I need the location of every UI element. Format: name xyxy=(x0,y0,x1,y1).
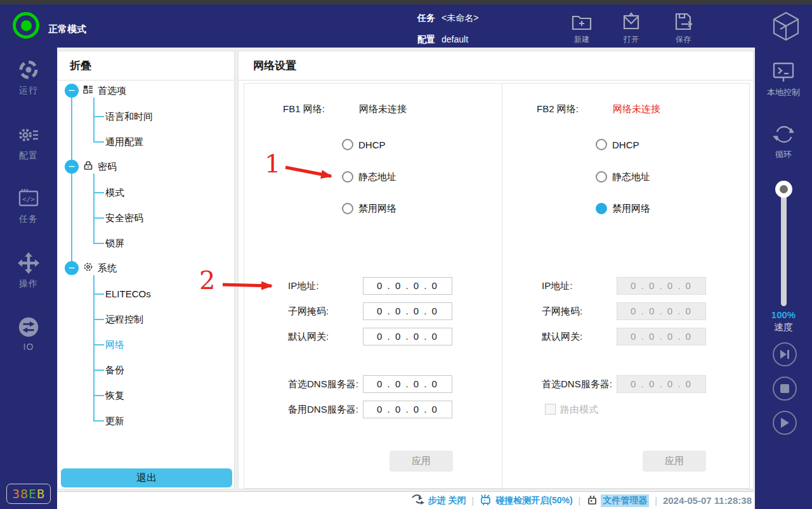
fb2-radio-disable[interactable]: 禁用网络 xyxy=(596,202,650,215)
sidebar-item-config[interactable]: 配置 xyxy=(0,123,57,162)
settings-tree-panel: 折叠 首选项 语言和时间 通用配置 密码 模式 安全密码 锁屏 系统 ELITE… xyxy=(57,51,235,489)
network-settings-panel: 网络设置 FB1 网络: 网络未连接 DHCP 静态地址 禁用网络 IP地址: … xyxy=(238,51,754,489)
fb1-ip-input[interactable]: 0 . 0 . 0 . 0 xyxy=(363,277,452,295)
sidebar-item-label: 配置 xyxy=(0,150,57,162)
tree-node-password[interactable]: 密码 xyxy=(65,160,117,174)
fb2-apply-button[interactable]: 应用 xyxy=(643,451,706,472)
tree-node-label: 系统 xyxy=(98,262,117,274)
tree-item-label: 恢复 xyxy=(105,390,124,401)
sidebar-item-label: 任务 xyxy=(0,214,57,225)
tree-item-label: 锁屏 xyxy=(105,238,124,248)
fb2-dns1-input: 0 . 0 . 0 . 0 xyxy=(617,375,706,393)
fb1-radio-dhcp[interactable]: DHCP xyxy=(342,138,386,151)
fb1-radio-disable[interactable]: 禁用网络 xyxy=(342,202,396,215)
radio-icon[interactable] xyxy=(342,171,353,183)
fb1-apply-button[interactable]: 应用 xyxy=(390,451,453,472)
svg-text:</>: </> xyxy=(22,195,35,203)
radio-icon[interactable] xyxy=(342,203,353,214)
tree-item-restore[interactable]: 恢复 xyxy=(105,389,124,402)
tree-item-backup[interactable]: 备份 xyxy=(105,364,124,377)
loop-mode-button[interactable]: 循环 xyxy=(755,121,812,160)
speed-slider-handle[interactable] xyxy=(775,181,792,198)
collapse-minus-icon[interactable] xyxy=(65,160,79,174)
fb1-dns1-input[interactable]: 0 . 0 . 0 . 0 xyxy=(363,375,452,393)
fb1-dns2-input[interactable]: 0 . 0 . 0 . 0 xyxy=(363,401,452,418)
fb2-dns1-label: 首选DNS服务器: xyxy=(542,375,612,393)
file-manager-button[interactable]: 文件管理器 xyxy=(586,494,649,507)
stop-button[interactable] xyxy=(773,377,797,401)
local-control-button[interactable]: 本地控制 xyxy=(755,59,812,98)
tree-item-lock-screen[interactable]: 锁屏 xyxy=(105,237,124,250)
stop-icon xyxy=(780,383,790,394)
tree-panel-title[interactable]: 折叠 xyxy=(70,58,91,73)
status-bar: 步进 关闭 碰撞检测开启(50%) 文件管理器 2024-05-07 11:28… xyxy=(57,491,754,509)
code-window-icon: </> xyxy=(0,186,57,210)
task-value: <未命名> xyxy=(442,13,478,23)
top-header-bar: 正常模式 任务<未命名> 配置default 新建 打开 保存 xyxy=(0,4,812,48)
file-manager-label: 文件管理器 xyxy=(601,494,649,507)
step-forward-button[interactable] xyxy=(773,342,797,366)
open-task-button[interactable]: 打开 xyxy=(611,11,652,45)
step-mode-status[interactable]: 步进 关闭 xyxy=(411,494,466,507)
sidebar-item-label: IO xyxy=(0,342,57,352)
tree-item-mode[interactable]: 模式 xyxy=(105,186,124,199)
fb1-network-status: 网络未连接 xyxy=(359,103,407,115)
fb2-radio-static[interactable]: 静态地址 xyxy=(596,171,650,183)
collision-detect-status[interactable]: 碰撞检测开启(50%) xyxy=(480,494,572,508)
usb-drive-icon xyxy=(586,494,598,507)
tree-node-preferences[interactable]: 首选项 xyxy=(65,84,126,98)
sidebar-item-io[interactable]: IO xyxy=(0,316,57,352)
speed-slider-track[interactable] xyxy=(781,186,787,306)
radio-label: 静态地址 xyxy=(612,171,650,183)
fb2-radio-dhcp[interactable]: DHCP xyxy=(596,138,639,151)
sidebar-item-task[interactable]: </> 任务 xyxy=(0,186,57,225)
speed-value: 100% xyxy=(755,309,812,320)
collapse-minus-icon[interactable] xyxy=(65,261,79,275)
tree-item-update[interactable]: 更新 xyxy=(105,415,124,427)
fb1-radio-static[interactable]: 静态地址 xyxy=(342,171,396,183)
fb2-network-status: 网络未连接 xyxy=(613,103,660,115)
right-control-sidebar: 本地控制 循环 100% 速度 xyxy=(755,48,812,509)
tree-item-safety-password[interactable]: 安全密码 xyxy=(105,212,143,224)
config-gear-icon xyxy=(0,123,57,147)
save-task-button[interactable]: 保存 xyxy=(663,11,704,45)
fb2-gateway-label: 默认网关: xyxy=(542,328,582,345)
tree-node-system[interactable]: 系统 xyxy=(65,261,117,275)
radio-icon[interactable] xyxy=(342,139,353,150)
radio-icon[interactable] xyxy=(596,171,607,183)
mode-status-indicator-icon xyxy=(13,12,39,39)
tree-item-label: 远程控制 xyxy=(105,314,143,325)
exit-button[interactable]: 退出 xyxy=(61,468,232,487)
play-icon xyxy=(779,416,790,429)
sidebar-item-label: 操作 xyxy=(0,278,57,290)
tree-spine xyxy=(71,91,72,268)
new-task-button[interactable]: 新建 xyxy=(561,11,602,45)
sidebar-item-run[interactable]: 运行 xyxy=(0,58,57,96)
separator xyxy=(472,496,475,506)
radio-icon[interactable] xyxy=(596,139,607,150)
skip-next-icon xyxy=(778,348,792,361)
tree-item-general-config[interactable]: 通用配置 xyxy=(105,136,143,148)
speed-label: 速度 xyxy=(755,321,812,333)
tree-item-elitecos[interactable]: ELITECOs xyxy=(105,288,151,300)
fb1-ip-label: IP地址: xyxy=(288,277,318,295)
window-top-strip xyxy=(0,0,812,4)
column-divider xyxy=(502,84,502,489)
status-code-badge[interactable]: 38EB xyxy=(6,484,51,504)
separator xyxy=(655,496,657,506)
fb1-dns1-label: 首选DNS服务器: xyxy=(288,375,358,393)
radio-checked-icon[interactable] xyxy=(596,203,607,214)
tree-item-language-time[interactable]: 语言和时间 xyxy=(105,110,153,123)
fb1-mask-input[interactable]: 0 . 0 . 0 . 0 xyxy=(363,302,452,320)
tree-item-network[interactable]: 网络 xyxy=(105,338,124,351)
save-icon xyxy=(663,11,704,32)
fb1-gateway-input[interactable]: 0 . 0 . 0 . 0 xyxy=(363,328,452,345)
left-nav-sidebar: 运行 配置 </> 任务 操作 IO 38EB xyxy=(0,48,57,509)
tree-spine xyxy=(93,275,95,421)
robot-icon xyxy=(480,494,492,508)
play-button[interactable] xyxy=(773,411,797,435)
mode-label: 正常模式 xyxy=(48,23,86,35)
collapse-minus-icon[interactable] xyxy=(65,84,79,98)
sidebar-item-operate[interactable]: 操作 xyxy=(0,251,57,290)
tree-item-remote-control[interactable]: 远程控制 xyxy=(105,313,143,326)
